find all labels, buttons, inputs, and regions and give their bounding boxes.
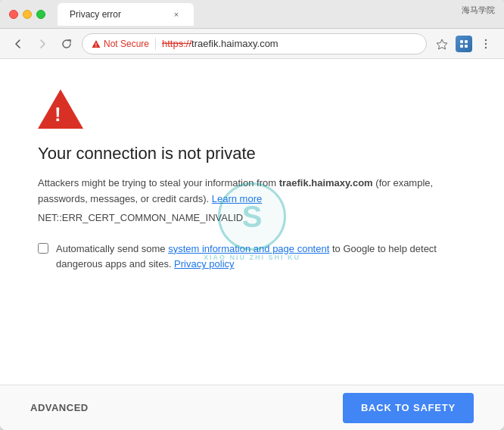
send-info-checkbox[interactable]	[38, 243, 48, 254]
back-button[interactable]	[9, 35, 27, 53]
traffic-lights	[9, 10, 45, 19]
address-bar[interactable]: ! Not Secure https://traefik.haimaxy.com	[82, 33, 427, 55]
warning-icon-large	[38, 89, 83, 129]
security-warning: ! Not Secure	[92, 39, 149, 49]
privacy-policy-link[interactable]: Privacy policy	[174, 258, 234, 270]
svg-rect-6	[465, 45, 468, 48]
active-tab[interactable]: Privacy error ×	[58, 3, 194, 26]
tab-close-button[interactable]: ×	[171, 9, 182, 20]
highlighted-domain: traefik.haimaxy.com	[279, 177, 373, 189]
warning-triangle	[38, 89, 83, 129]
url-text: https://traefik.haimaxy.com	[162, 38, 278, 49]
browser-window: Privacy error × 海马学院	[0, 0, 504, 430]
description-part1: Attackers might be trying to steal your …	[38, 177, 279, 189]
error-code: NET::ERR_CERT_COMMON_NAME_INVALID	[38, 212, 466, 223]
url-separator	[155, 38, 156, 50]
checkbox-text: Automatically send some system informati…	[56, 241, 462, 273]
not-secure-label: Not Secure	[104, 39, 149, 49]
minimize-button[interactable]	[23, 10, 32, 19]
toolbar: ! Not Secure https://traefik.haimaxy.com	[0, 29, 504, 59]
forward-button[interactable]	[33, 35, 51, 53]
page-heading: Your connection is not private	[38, 144, 466, 164]
extension-icon[interactable]	[456, 36, 472, 52]
menu-button[interactable]	[477, 35, 495, 53]
svg-text:!: !	[95, 42, 97, 48]
https-part: https://	[162, 38, 191, 49]
svg-point-7	[485, 39, 487, 40]
bottom-bar: ADVANCED BACK TO SAFETY	[0, 385, 504, 430]
svg-rect-4	[465, 40, 468, 43]
reload-button[interactable]	[58, 35, 76, 53]
page-description: Attackers might be trying to steal your …	[38, 176, 466, 207]
tab-area: Privacy error ×	[58, 3, 495, 26]
close-button[interactable]	[9, 10, 18, 19]
advanced-button[interactable]: ADVANCED	[30, 402, 89, 413]
toolbar-right	[433, 35, 495, 53]
checkbox-text-part1: Automatically send some	[56, 243, 168, 254]
svg-marker-2	[437, 39, 447, 49]
maximize-button[interactable]	[36, 10, 45, 19]
svg-rect-3	[460, 40, 463, 43]
back-to-safety-button[interactable]: BACK TO SAFETY	[343, 393, 474, 423]
tab-title: Privacy error	[70, 9, 121, 20]
top-right-logo: 海马学院	[462, 5, 495, 16]
svg-point-9	[485, 46, 487, 48]
bookmark-button[interactable]	[433, 35, 451, 53]
system-info-link[interactable]: system information and page content	[168, 243, 329, 254]
checkbox-section: Automatically send some system informati…	[38, 241, 462, 273]
title-bar: Privacy error × 海马学院	[0, 0, 504, 29]
svg-point-8	[485, 42, 487, 44]
page-content: S XIAO NIU ZHI SHI KU Your connection is…	[0, 59, 504, 385]
svg-rect-5	[460, 45, 463, 48]
domain-part: traefik.haimaxy.com	[191, 38, 278, 49]
learn-more-link[interactable]: Learn more	[212, 193, 262, 204]
